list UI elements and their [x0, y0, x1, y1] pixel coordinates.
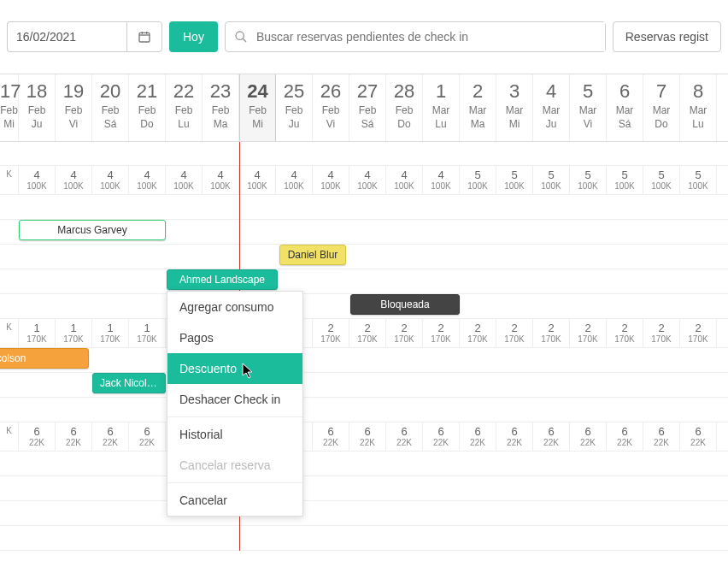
price-cell[interactable]: 5100K [460, 166, 496, 194]
price-cell[interactable]: 2170K [607, 319, 643, 347]
track-row[interactable]: Marcus Garvey [0, 220, 728, 245]
registered-reservations-button[interactable]: Reservas regist [613, 21, 721, 52]
date-column[interactable]: 21FebDo [129, 74, 166, 141]
track-row[interactable]: Jack Nicols... [0, 373, 728, 398]
track-row[interactable]: Bloqueada [0, 294, 728, 319]
price-cell[interactable]: 622K [533, 422, 570, 451]
date-column[interactable]: 24FebMi [239, 74, 276, 141]
price-cell[interactable]: 1170K [56, 319, 92, 347]
price-cell[interactable]: 622K [680, 422, 717, 451]
price-cell[interactable]: 2170K [313, 319, 349, 347]
date-column[interactable]: 25FebJu [276, 74, 313, 141]
track-row[interactable] [0, 398, 728, 422]
price-cell[interactable]: 622K [19, 422, 56, 451]
price-cell[interactable]: 622K [56, 422, 92, 451]
date-column[interactable]: 2MarMa [460, 74, 496, 141]
date-column[interactable]: 17FebMi [0, 74, 19, 141]
reservation-k-nicolson[interactable]: k Nicolson [0, 348, 89, 369]
date-column[interactable]: 8MarLu [680, 74, 717, 141]
price-cell[interactable]: K [0, 319, 19, 347]
price-cell[interactable]: 4100K [349, 166, 386, 194]
date-column[interactable]: 26FebVi [313, 74, 349, 141]
price-cell[interactable]: 4100K [239, 166, 276, 194]
date-column[interactable]: 4MarJu [533, 74, 570, 141]
track-row[interactable] [0, 526, 728, 551]
menu-item[interactable]: Pagos [167, 322, 302, 353]
track-row[interactable]: Ahmed Landscape [0, 269, 728, 294]
price-cell[interactable]: 4100K [276, 166, 313, 194]
price-cell[interactable]: K [0, 166, 19, 194]
price-cell[interactable]: 622K [570, 422, 607, 451]
price-cell[interactable]: 2170K [460, 319, 496, 347]
menu-item[interactable]: Agregar consumo [167, 292, 302, 322]
price-cell[interactable]: 2170K [349, 319, 386, 347]
track-row[interactable] [0, 452, 728, 476]
date-input[interactable] [7, 21, 126, 52]
price-cell[interactable]: 5100K [643, 166, 680, 194]
date-column[interactable]: 6MarSá [607, 74, 643, 141]
calendar-button[interactable] [126, 21, 162, 52]
price-cell[interactable]: 5100K [607, 166, 643, 194]
date-column[interactable]: 27FebSá [349, 74, 386, 141]
date-column[interactable]: 1MarLu [423, 74, 460, 141]
price-cell[interactable]: 4100K [423, 166, 460, 194]
price-cell[interactable]: 622K [496, 422, 533, 451]
date-column[interactable]: 28FebDo [386, 74, 423, 141]
date-column[interactable]: 22FebLu [166, 74, 203, 141]
price-cell[interactable]: 4100K [129, 166, 166, 194]
date-column[interactable]: 23FebMa [203, 74, 239, 141]
today-button[interactable]: Hoy [169, 21, 218, 52]
price-cell[interactable]: 4100K [166, 166, 203, 194]
price-cell[interactable]: 2170K [386, 319, 423, 347]
price-cell[interactable]: 5100K [680, 166, 717, 194]
track-row[interactable]: Daniel Blur [0, 245, 728, 269]
price-cell[interactable]: 1170K [129, 319, 166, 347]
menu-item[interactable]: Descuento [167, 353, 302, 384]
price-cell[interactable]: 2170K [570, 319, 607, 347]
track-row[interactable] [0, 501, 728, 526]
price-cell[interactable]: 4100K [386, 166, 423, 194]
price-cell[interactable]: 5100K [533, 166, 570, 194]
price-cell[interactable]: 4100K [313, 166, 349, 194]
date-column[interactable]: 18FebJu [19, 74, 56, 141]
price-cell[interactable]: 1170K [19, 319, 56, 347]
menu-item[interactable]: Cancelar [167, 485, 302, 516]
price-cell[interactable]: 622K [607, 422, 643, 451]
price-cell[interactable]: 4100K [92, 166, 129, 194]
date-column[interactable]: 5MarVi [570, 74, 607, 141]
price-cell[interactable]: 2170K [423, 319, 460, 347]
date-column[interactable]: 3MarMi [496, 74, 533, 141]
price-cell[interactable]: 2170K [643, 319, 680, 347]
price-cell[interactable]: 622K [349, 422, 386, 451]
date-column[interactable]: 19FebVi [56, 74, 92, 141]
price-cell[interactable]: 5100K [570, 166, 607, 194]
reservation-marcus-garvey[interactable]: Marcus Garvey [19, 220, 166, 240]
price-cell[interactable]: 2170K [680, 319, 717, 347]
price-cell[interactable]: 2170K [496, 319, 533, 347]
date-column[interactable]: 7MarDo [643, 74, 680, 141]
menu-item[interactable]: Deshacer Check in [167, 384, 302, 415]
price-cell[interactable]: K [0, 422, 19, 451]
reservation-jack-nicolson[interactable]: Jack Nicols... [92, 373, 166, 393]
track-row[interactable] [0, 195, 728, 220]
date-column[interactable]: 20FebSá [92, 74, 129, 141]
price-cell[interactable]: 4100K [19, 166, 56, 194]
reservation-blocked[interactable]: Bloqueada [350, 294, 460, 315]
reservation-ahmed-landscape[interactable]: Ahmed Landscape [167, 269, 278, 290]
price-cell[interactable]: 622K [129, 422, 166, 451]
price-cell[interactable]: 4100K [203, 166, 239, 194]
price-cell[interactable]: 2170K [533, 319, 570, 347]
price-cell[interactable]: 4100K [56, 166, 92, 194]
price-cell[interactable]: 5100K [496, 166, 533, 194]
track-row[interactable]: k Nicolson [0, 348, 728, 373]
price-cell[interactable]: 622K [313, 422, 349, 451]
search-input[interactable] [256, 22, 605, 51]
price-cell[interactable]: 622K [643, 422, 680, 451]
reservation-daniel-blur[interactable]: Daniel Blur [279, 245, 346, 265]
menu-item[interactable]: Historial [167, 419, 302, 450]
price-cell[interactable]: 622K [423, 422, 460, 451]
price-cell[interactable]: 622K [92, 422, 129, 451]
price-cell[interactable]: 1170K [92, 319, 129, 347]
price-cell[interactable]: 622K [460, 422, 496, 451]
track-row[interactable] [0, 476, 728, 501]
